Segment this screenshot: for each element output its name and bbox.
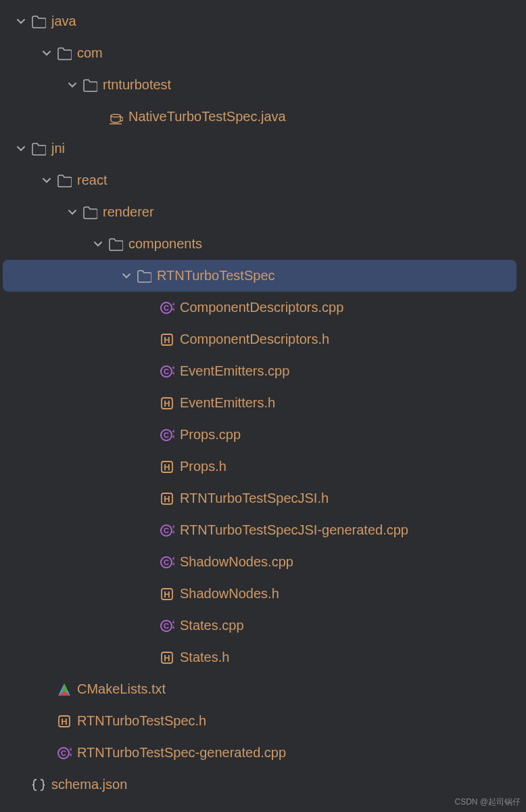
tree-row[interactable]: rtnturbotest	[0, 69, 526, 101]
tree-row[interactable]: jni	[0, 133, 526, 164]
tree-row[interactable]: java	[0, 5, 526, 37]
folder-icon	[80, 78, 100, 93]
folder-icon	[54, 173, 74, 188]
tree-item-label: NativeTurboTestSpec.java	[128, 109, 286, 125]
tree-row[interactable]: RTNTurboTestSpec	[3, 260, 517, 292]
tree-item-label: RTNTurboTestSpec	[157, 268, 275, 284]
tree-row[interactable]: renderer	[0, 196, 526, 228]
tree-row[interactable]: States.h	[0, 641, 526, 673]
chevron-down-icon[interactable]	[14, 17, 28, 26]
tree-item-label: java	[51, 14, 76, 29]
cpp-icon	[157, 364, 177, 379]
h-icon	[157, 332, 177, 347]
tree-row[interactable]: ComponentDescriptors.h	[0, 323, 526, 355]
tree-row[interactable]: react	[0, 164, 526, 196]
cpp-icon	[157, 618, 177, 633]
tree-row[interactable]: schema.json	[0, 769, 526, 800]
h-icon	[157, 491, 177, 506]
tree-item-label: ComponentDescriptors.cpp	[180, 300, 343, 315]
tree-row[interactable]: ShadowNodes.h	[0, 578, 526, 610]
chevron-down-icon[interactable]	[65, 208, 80, 217]
cpp-icon	[157, 523, 177, 538]
tree-row[interactable]: RTNTurboTestSpec-generated.cpp	[0, 737, 526, 769]
tree-item-label: RTNTurboTestSpecJSI.h	[180, 491, 329, 506]
tree-item-label: com	[77, 45, 103, 61]
h-icon	[157, 459, 177, 474]
tree-row[interactable]: RTNTurboTestSpecJSI.h	[0, 482, 526, 514]
watermark: CSDN @起司锅仔	[454, 796, 521, 808]
tree-item-label: schema.json	[51, 777, 127, 792]
folder-icon	[134, 269, 154, 284]
cpp-icon	[157, 428, 177, 443]
tree-item-label: RTNTurboTestSpec-generated.cpp	[77, 745, 286, 761]
cpp-icon	[157, 300, 177, 315]
folder-icon	[105, 237, 126, 252]
tree-item-label: react	[77, 173, 107, 188]
tree-row[interactable]: RTNTurboTestSpec.h	[0, 705, 526, 737]
folder-icon	[28, 14, 49, 29]
tree-item-label: ShadowNodes.cpp	[180, 554, 293, 570]
tree-item-label: States.cpp	[180, 618, 244, 633]
h-icon	[157, 650, 177, 665]
tree-row[interactable]: ComponentDescriptors.cpp	[0, 292, 526, 323]
tree-item-label: components	[128, 236, 202, 252]
chevron-down-icon[interactable]	[39, 176, 54, 185]
h-icon	[157, 587, 177, 602]
tree-row[interactable]: components	[0, 228, 526, 260]
chevron-down-icon[interactable]	[14, 144, 28, 154]
file-tree: javacomrtnturbotestNativeTurboTestSpec.j…	[0, 0, 526, 806]
tree-row[interactable]: EventEmitters.cpp	[0, 355, 526, 387]
tree-row[interactable]: Props.h	[0, 451, 526, 482]
folder-icon	[54, 46, 74, 61]
tree-row[interactable]: EventEmitters.h	[0, 387, 526, 419]
java-icon	[105, 110, 126, 125]
tree-item-label: Props.h	[180, 459, 226, 474]
cpp-icon	[54, 746, 74, 761]
tree-row[interactable]: RTNTurboTestSpecJSI-generated.cpp	[0, 514, 526, 546]
tree-row[interactable]: Props.cpp	[0, 419, 526, 451]
chevron-down-icon[interactable]	[119, 271, 134, 281]
tree-row[interactable]: com	[0, 37, 526, 69]
tree-item-label: renderer	[103, 204, 154, 220]
tree-item-label: RTNTurboTestSpecJSI-generated.cpp	[180, 522, 408, 538]
cmake-icon	[54, 682, 74, 697]
tree-item-label: Props.cpp	[180, 427, 241, 443]
tree-row[interactable]: ShadowNodes.cpp	[0, 546, 526, 578]
tree-item-label: ShadowNodes.h	[180, 586, 279, 602]
chevron-down-icon[interactable]	[39, 49, 54, 58]
tree-item-label: States.h	[180, 650, 229, 665]
tree-row[interactable]: NativeTurboTestSpec.java	[0, 101, 526, 133]
tree-item-label: EventEmitters.h	[180, 395, 275, 411]
folder-icon	[80, 205, 100, 220]
tree-item-label: RTNTurboTestSpec.h	[77, 713, 206, 729]
chevron-down-icon[interactable]	[65, 81, 80, 90]
folder-icon	[28, 141, 49, 156]
cpp-icon	[157, 555, 177, 570]
tree-item-label: ComponentDescriptors.h	[180, 332, 329, 347]
h-icon	[157, 396, 177, 411]
tree-row[interactable]: CMakeLists.txt	[0, 673, 526, 705]
tree-item-label: jni	[51, 141, 65, 156]
tree-item-label: rtnturbotest	[103, 77, 171, 93]
h-icon	[54, 714, 74, 729]
tree-item-label: EventEmitters.cpp	[180, 363, 289, 379]
json-icon	[28, 777, 49, 792]
tree-item-label: CMakeLists.txt	[77, 681, 166, 697]
tree-row[interactable]: States.cpp	[0, 610, 526, 641]
chevron-down-icon[interactable]	[91, 240, 105, 249]
